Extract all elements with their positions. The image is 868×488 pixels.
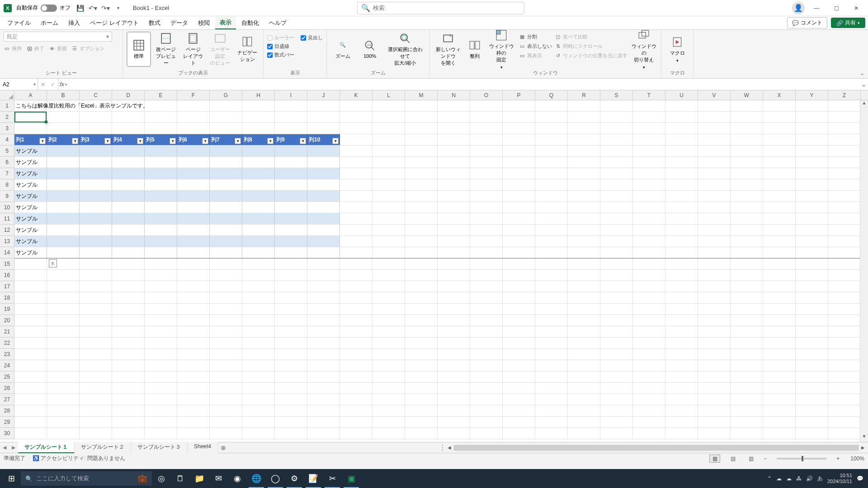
cell[interactable] [763,202,796,213]
cell[interactable] [633,315,665,326]
cell[interactable] [340,134,373,145]
cell[interactable] [470,123,503,134]
cell[interactable] [763,360,796,371]
cell[interactable] [763,428,796,439]
cell[interactable] [698,202,731,213]
cell[interactable] [503,394,535,405]
cell[interactable] [568,360,600,371]
cell[interactable]: 列4▾ [112,134,145,145]
cell[interactable] [763,383,796,394]
row-header[interactable]: 28 [0,405,14,417]
headings-checkbox[interactable]: 見出し [301,33,323,42]
sheet-nav-prev[interactable]: ◀ [0,445,9,450]
cell[interactable] [80,179,112,190]
cell[interactable]: サンプル [14,236,47,247]
insert-function-button[interactable]: fx [58,79,69,90]
cell[interactable] [568,168,600,179]
cell[interactable] [665,428,698,439]
cell[interactable] [275,225,307,235]
cell[interactable] [242,326,275,337]
cell[interactable] [307,168,340,179]
cell[interactable] [307,394,340,405]
cell[interactable] [633,247,665,258]
cell[interactable] [112,145,145,156]
cell[interactable] [665,292,698,303]
formula-input[interactable] [69,79,859,90]
cell[interactable] [698,428,731,439]
cell[interactable] [438,100,470,111]
column-header[interactable]: S [600,90,633,100]
cell[interactable] [307,304,340,314]
cell[interactable] [177,304,210,314]
cell[interactable] [405,405,438,416]
cell[interactable] [47,247,80,258]
cell[interactable] [568,371,600,382]
cell[interactable] [470,304,503,314]
cell[interactable] [242,179,275,190]
cell[interactable] [796,349,828,360]
cell[interactable] [438,360,470,371]
cell[interactable] [470,394,503,405]
cell[interactable] [763,270,796,281]
cell[interactable] [340,394,373,405]
cell[interactable] [438,349,470,360]
cell[interactable] [177,326,210,337]
cell[interactable] [470,428,503,439]
cell[interactable] [145,157,177,168]
cell[interactable] [698,405,731,416]
zoom-selection-button[interactable]: 選択範囲に合わせて 拡大/縮小 [385,32,425,67]
name-box[interactable]: A2 [0,79,38,90]
cell[interactable] [275,168,307,179]
filter-dropdown-icon[interactable]: ▾ [170,138,176,144]
row-header[interactable]: 5 [0,145,14,157]
cell[interactable] [828,236,861,247]
cell[interactable] [177,123,210,134]
cell[interactable] [535,258,568,269]
cell[interactable] [665,134,698,145]
cell[interactable] [177,168,210,179]
cell[interactable] [698,349,731,360]
cell[interactable] [373,100,405,111]
cell[interactable] [731,134,763,145]
cell[interactable] [568,315,600,326]
cell[interactable] [633,371,665,382]
row-header[interactable]: 17 [0,281,14,292]
sticky-notes-icon[interactable]: 🗒 [171,469,190,488]
cell[interactable] [633,157,665,168]
cell[interactable] [763,394,796,405]
cell[interactable] [275,112,307,122]
cell[interactable] [112,157,145,168]
cell[interactable] [307,247,340,258]
cell[interactable] [731,405,763,416]
cell[interactable] [145,100,177,111]
cell[interactable] [470,258,503,269]
cell[interactable] [535,213,568,224]
cell[interactable] [503,191,535,202]
cell[interactable] [242,394,275,405]
cell[interactable] [731,371,763,382]
cell[interactable] [242,360,275,371]
cell[interactable] [405,417,438,427]
smart-tag-icon[interactable]: ⎘ [49,259,57,267]
cell[interactable] [438,191,470,202]
cell[interactable] [14,428,47,439]
cell[interactable] [568,338,600,348]
cell[interactable] [828,168,861,179]
cell[interactable] [633,360,665,371]
cell[interactable] [177,371,210,382]
cell[interactable] [373,371,405,382]
cell[interactable] [177,281,210,292]
cell[interactable] [665,168,698,179]
cell[interactable] [470,236,503,247]
cell[interactable] [80,394,112,405]
cell[interactable] [633,349,665,360]
cell[interactable] [47,338,80,348]
cell[interactable] [796,360,828,371]
cell[interactable] [438,112,470,122]
accessibility-status[interactable]: ♿ アクセシビリティ: 問題ありません [33,455,125,462]
cell[interactable] [307,157,340,168]
cell[interactable] [600,100,633,111]
zoom-in-button[interactable]: + [836,455,840,462]
cell[interactable] [47,112,80,122]
cell[interactable] [828,360,861,371]
